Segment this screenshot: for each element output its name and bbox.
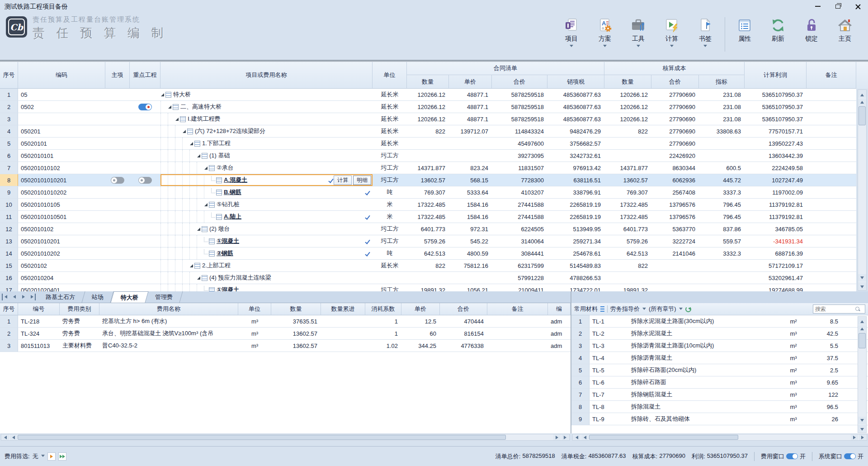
remark-cell[interactable] <box>807 247 856 259</box>
amount-cell[interactable]: 27441588 <box>492 211 547 223</box>
code-cell[interactable]: 0502 <box>18 101 105 113</box>
cost-index-cell[interactable] <box>699 284 745 291</box>
unit-cell[interactable]: 圬工方 <box>373 235 407 247</box>
item-name-cell[interactable]: A.混凝土计算明细 <box>160 174 373 186</box>
unit-price-cell[interactable] <box>449 272 492 284</box>
row-number-cell[interactable]: 7 <box>0 162 18 174</box>
main-item-toggle-cell[interactable] <box>105 150 130 162</box>
qty-cell[interactable]: 120266.12 <box>407 113 449 125</box>
price-cell[interactable]: 8.5 <box>809 315 856 327</box>
cost-amount-cell[interactable]: 27790690 <box>651 113 699 125</box>
tab-站场[interactable]: 站场 <box>82 291 113 303</box>
profit-cell[interactable]: 5365107950.37 <box>745 101 807 113</box>
material-code-cell[interactable]: TL-4 <box>590 352 628 364</box>
item-name-cell[interactable]: (4) 预应力混凝土连续梁 <box>160 272 373 284</box>
scroll-left-button[interactable] <box>581 434 589 440</box>
profit-cell[interactable]: -341931.34 <box>745 235 807 247</box>
table-row[interactable]: 17050201020401①混凝土圬工方19891.321056.212100… <box>0 284 856 291</box>
output-tax-cell[interactable]: 638116.51 <box>547 174 604 186</box>
coef-cell[interactable]: 1.02 <box>365 340 401 352</box>
item-name-cell[interactable]: ②承台 <box>160 162 373 174</box>
row-number-cell[interactable]: 9 <box>571 413 590 425</box>
item-name-cell[interactable]: ②钢筋 <box>160 247 373 259</box>
unit-cell[interactable]: m³ <box>238 340 271 352</box>
toolbar-button-home[interactable]: 主页 <box>828 15 862 43</box>
cost-qty-cell[interactable]: 17322.485 <box>604 211 651 223</box>
table-row[interactable]: 10050201010105⑤钻孔桩米17322.4851584.1627441… <box>0 199 856 211</box>
code-cell[interactable]: 050201 <box>18 125 105 137</box>
scroll-bottom-button[interactable] <box>858 282 866 290</box>
amount-cell[interactable]: 45497600 <box>492 138 547 149</box>
row-number-cell[interactable]: 13 <box>0 235 18 247</box>
table-row[interactable]: 5050201011.下部工程延长米454976003756682.572779… <box>0 138 856 150</box>
toolbar-button-properties[interactable]: 属性 <box>728 15 761 43</box>
scroll-top-button[interactable] <box>858 317 866 324</box>
cost-qty-cell[interactable]: 120266.12 <box>604 113 651 125</box>
cost-index-cell[interactable] <box>699 150 745 162</box>
qty-cell[interactable]: 5759.26 <box>407 235 449 247</box>
output-tax-cell[interactable]: 9482476.29 <box>547 125 604 137</box>
item-name-cell[interactable]: ①混凝土 <box>160 235 373 247</box>
code-cell[interactable]: 050201010202 <box>18 247 105 259</box>
profit-cell[interactable]: 1027247.49 <box>745 174 807 186</box>
qty-cell[interactable]: 13602.57 <box>271 340 321 352</box>
unit-price-cell[interactable]: 1056.21 <box>449 284 492 291</box>
fee-name-cell[interactable]: 普C40-32.5-2 <box>99 340 238 352</box>
material-code-cell[interactable]: TL-2 <box>590 328 628 339</box>
row-number-cell[interactable]: 16 <box>0 272 18 284</box>
code-cell[interactable]: TL-218 <box>18 315 60 327</box>
cost-qty-cell[interactable]: 13602.57 <box>604 174 651 186</box>
scroll-left-button[interactable] <box>10 434 17 440</box>
output-tax-cell[interactable]: 1734722.01 <box>547 284 604 291</box>
output-tax-cell[interactable]: 976913.42 <box>547 162 604 174</box>
unit-price-cell[interactable]: 1584.16 <box>449 199 492 210</box>
price-cell[interactable]: 122 <box>809 389 856 400</box>
remark-cell[interactable] <box>807 101 856 113</box>
material-code-cell[interactable]: TL-5 <box>590 364 628 376</box>
scroll-left-button[interactable] <box>2 434 9 440</box>
code-cell[interactable]: TL-324 <box>18 328 60 339</box>
detail-table-row[interactable]: 2TL-324劳务费承台、明挖基础混凝土 浇筑V≥100m³ (含吊m³1360… <box>0 328 571 340</box>
forward-badge-icon[interactable] <box>58 452 66 461</box>
profit-cell[interactable]: 77570157.71 <box>745 125 807 137</box>
row-number-cell[interactable]: 3 <box>571 340 590 352</box>
qty-cell[interactable]: 17322.485 <box>407 211 449 223</box>
cost-amount-cell[interactable]: 13796576 <box>651 211 699 223</box>
unit-cell[interactable]: m³ <box>778 352 809 364</box>
remark-cell[interactable] <box>807 235 856 247</box>
chevron-down-icon[interactable] <box>703 45 707 49</box>
unit-price-cell[interactable]: 48877.1 <box>449 101 492 113</box>
category-cell[interactable]: 主要材料费 <box>60 340 99 352</box>
output-tax-cell[interactable]: 2265819.19 <box>547 211 604 223</box>
code-cell[interactable]: 050201010201 <box>18 235 105 247</box>
key-project-toggle-cell[interactable] <box>130 89 160 100</box>
remark-cell[interactable] <box>807 89 856 100</box>
tab-next-icon[interactable] <box>20 294 27 300</box>
row-number-cell[interactable]: 11 <box>0 211 18 223</box>
key-project-toggle-cell[interactable] <box>130 138 160 149</box>
main-item-toggle-cell[interactable] <box>105 125 130 137</box>
key-project-toggle-cell[interactable] <box>130 247 160 259</box>
price-cell[interactable]: 96.5 <box>809 401 856 413</box>
unit-cell[interactable]: 延长米 <box>373 260 407 271</box>
output-tax-cell[interactable]: 513949.95 <box>547 223 604 235</box>
unit-price-cell[interactable]: 823.24 <box>449 162 492 174</box>
unit-cell[interactable]: 米 <box>373 211 407 223</box>
material-row[interactable]: 7TL-7拆除钢筋混凝土m³122 <box>571 389 868 401</box>
cost-qty-cell[interactable]: 120266.12 <box>604 101 651 113</box>
code-cell[interactable]: 050201020401 <box>18 284 105 291</box>
main-item-toggle-cell[interactable] <box>105 138 130 149</box>
table-row[interactable]: 7050201010102②承台圬工方14371.877823.24118315… <box>0 162 856 174</box>
toggle-switch[interactable] <box>138 177 152 184</box>
remark-cell[interactable] <box>807 199 856 210</box>
item-name-cell[interactable]: 二、高速特大桥 <box>160 101 373 113</box>
scroll-right-button[interactable] <box>859 434 866 440</box>
chevron-down-icon[interactable] <box>570 45 573 49</box>
unit-cell[interactable]: 圬工方 <box>373 223 407 235</box>
profit-cell[interactable]: 5365107950.37 <box>745 89 807 100</box>
output-tax-cell[interactable]: 485360877.63 <box>547 89 604 100</box>
unit-cell[interactable]: m³ <box>778 401 809 413</box>
code-cell[interactable]: 0502010102 <box>18 223 105 235</box>
material-code-cell[interactable]: TL-6 <box>590 376 628 388</box>
amount-cell[interactable]: 57991228 <box>492 272 547 284</box>
